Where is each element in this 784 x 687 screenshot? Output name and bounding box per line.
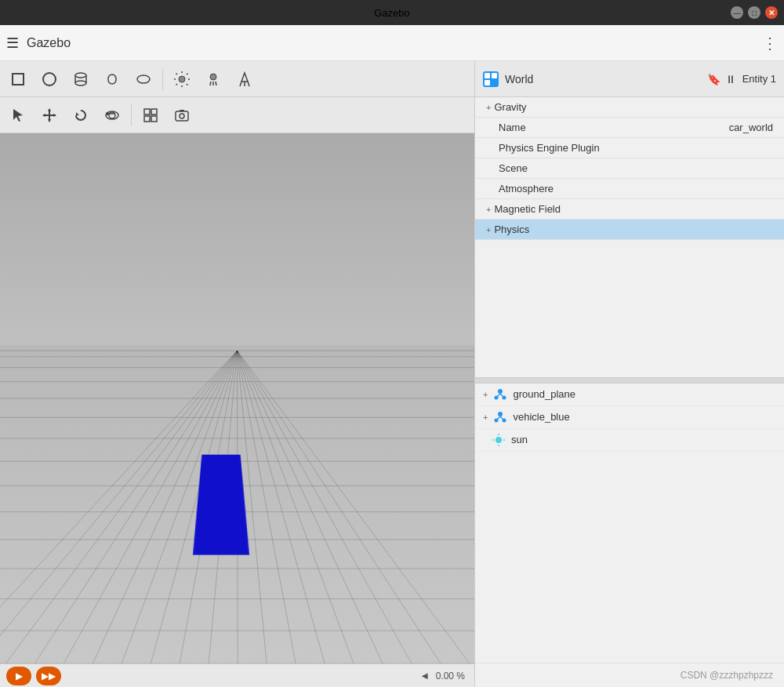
world-controls: 🔖 ⏸: [707, 73, 736, 85]
svg-point-1: [43, 73, 56, 85]
ellipsoid-tool-button[interactable]: [129, 64, 158, 94]
directional-light-button[interactable]: [167, 64, 197, 94]
cylinder-tool-button[interactable]: [66, 64, 96, 94]
properties-panel: + Gravity Name car_world Physics Engine …: [475, 97, 784, 377]
entity-label: Entity 1: [742, 73, 776, 85]
shape-toolbar: [0, 61, 474, 97]
svg-rect-6: [108, 75, 116, 84]
svg-marker-30: [42, 114, 45, 117]
svg-rect-45: [492, 73, 497, 78]
zoom-section: ◄ 0.00 %: [419, 670, 468, 682]
entity-row-vehicle-blue[interactable]: + vehicle_blue: [475, 406, 784, 429]
title-bar: Gazebo — □ ✕: [0, 0, 784, 25]
screenshot-button[interactable]: [167, 100, 197, 130]
camera-tool-button[interactable]: [97, 100, 127, 130]
model-icon: [493, 387, 507, 402]
svg-rect-0: [13, 74, 24, 85]
close-button[interactable]: ✕: [765, 6, 778, 19]
svg-rect-37: [144, 109, 150, 114]
svg-point-8: [179, 76, 185, 82]
svg-point-42: [180, 114, 184, 118]
status-bar: ▶ ▶▶ ◄ 0.00 %: [0, 663, 474, 687]
svg-marker-28: [48, 108, 51, 111]
spot-light-button[interactable]: [230, 64, 260, 94]
svg-line-13: [176, 73, 178, 75]
pause-button[interactable]: ⏸: [725, 73, 736, 85]
svg-point-57: [495, 437, 502, 443]
fast-forward-button[interactable]: ▶▶: [36, 667, 61, 685]
svg-point-52: [498, 412, 503, 416]
right-panel: World 🔖 ⏸ Entity 1 + Gravity Name car_wo…: [474, 61, 784, 687]
transform-toolbar: [0, 97, 474, 133]
box-tool-button[interactable]: [3, 64, 33, 94]
svg-point-5: [75, 81, 86, 85]
svg-point-2: [75, 73, 86, 78]
bookmark-button[interactable]: 🔖: [707, 73, 720, 85]
zoom-level: 0.00 %: [436, 671, 465, 682]
svg-line-16: [176, 84, 178, 85]
sphere-tool-button[interactable]: [34, 64, 64, 94]
minimize-button[interactable]: —: [731, 6, 743, 19]
point-light-button[interactable]: [198, 64, 228, 94]
grid-toggle-button[interactable]: [136, 100, 165, 130]
expand-icon: +: [486, 225, 491, 234]
svg-line-19: [216, 82, 216, 85]
arrow-left-icon: ◄: [419, 670, 430, 682]
physics-engine-property[interactable]: Physics Engine Plugin: [475, 138, 784, 158]
atmosphere-property[interactable]: Atmosphere: [475, 179, 784, 199]
svg-marker-29: [48, 119, 51, 122]
entity-name: sun: [511, 434, 528, 445]
svg-rect-40: [151, 116, 157, 122]
panel-divider: [475, 377, 784, 383]
model-icon: [493, 410, 507, 424]
capsule-tool-button[interactable]: [97, 64, 127, 94]
svg-marker-21: [241, 73, 248, 82]
physics-property[interactable]: + Physics: [475, 220, 784, 240]
svg-line-22: [240, 82, 241, 86]
svg-rect-44: [485, 73, 490, 78]
svg-marker-32: [76, 112, 79, 115]
expand-icon: +: [486, 205, 491, 214]
property-value: car_world: [729, 122, 773, 133]
select-tool-button[interactable]: [3, 100, 33, 130]
svg-line-50: [496, 394, 500, 398]
svg-point-17: [210, 74, 216, 80]
watermark: CSDN @zzzhpzhpzzz: [475, 663, 784, 687]
svg-point-33: [109, 112, 115, 118]
menu-bar: ☰ Gazebo ⋮: [0, 25, 784, 61]
rotate-tool-button[interactable]: [66, 100, 96, 130]
translate-tool-button[interactable]: [34, 100, 64, 130]
svg-line-15: [187, 73, 188, 75]
property-label: Atmosphere: [499, 183, 773, 194]
property-label: Physics: [494, 224, 773, 235]
property-label: Scene: [499, 162, 773, 174]
svg-point-7: [137, 75, 150, 83]
world-header: World 🔖 ⏸ Entity 1: [475, 61, 784, 97]
svg-line-56: [500, 416, 504, 420]
gravity-property[interactable]: + Gravity: [475, 97, 784, 118]
name-property[interactable]: Name car_world: [475, 118, 784, 138]
maximize-button[interactable]: □: [748, 6, 760, 19]
property-label: Physics Engine Plugin: [499, 142, 773, 154]
playback-controls: ▶ ▶▶: [6, 667, 61, 685]
entity-name: vehicle_blue: [513, 411, 569, 423]
play-button[interactable]: ▶: [6, 667, 31, 685]
property-label: Magnetic Field: [494, 203, 773, 215]
3d-viewport[interactable]: [0, 133, 474, 663]
window-controls: — □ ✕: [731, 6, 778, 19]
entity-row-sun[interactable]: sun: [475, 429, 784, 452]
scene-property[interactable]: Scene: [475, 158, 784, 179]
svg-line-55: [496, 416, 500, 420]
svg-marker-25: [13, 109, 23, 122]
viewport-panel: ▶ ▶▶ ◄ 0.00 %: [0, 61, 474, 687]
svg-rect-46: [485, 80, 490, 85]
toolbar-separator-1: [162, 68, 163, 90]
vehicle-model[interactable]: [193, 455, 249, 555]
property-label: Name: [499, 122, 729, 133]
more-menu-button[interactable]: ⋮: [762, 34, 778, 53]
entity-row-ground-plane[interactable]: + ground_plane: [475, 383, 784, 406]
hamburger-menu-button[interactable]: ☰: [6, 35, 19, 52]
svg-rect-39: [144, 116, 150, 122]
magnetic-field-property[interactable]: + Magnetic Field: [475, 199, 784, 220]
svg-line-51: [500, 394, 504, 398]
